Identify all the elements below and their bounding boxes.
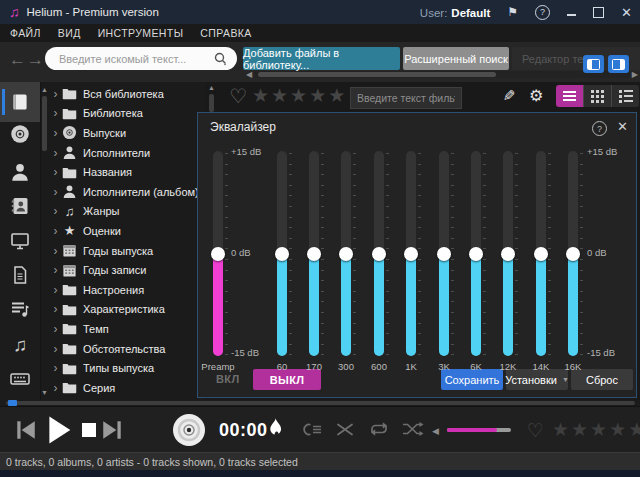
scroll-left-arrow-icon[interactable]: ◀ bbox=[246, 71, 254, 79]
tree-item[interactable]: ›Названия bbox=[49, 162, 205, 182]
eq-slider-thumb[interactable] bbox=[307, 247, 321, 261]
tree-item[interactable]: ›Темп bbox=[49, 319, 205, 339]
star-icon[interactable]: ★ bbox=[552, 420, 569, 439]
star-icon[interactable]: ★ bbox=[628, 420, 640, 439]
close-button[interactable]: ✕ bbox=[621, 5, 632, 20]
tree-vertical-scrollbar[interactable]: ▲ ▼ bbox=[40, 84, 49, 398]
sidebar-item-monitor[interactable] bbox=[2, 225, 38, 257]
tree-item[interactable]: ›Выпуски bbox=[49, 123, 205, 143]
grid-view-button[interactable] bbox=[584, 85, 612, 107]
dialog-close-icon[interactable]: ✕ bbox=[617, 119, 628, 134]
tree-item[interactable]: ›Серия bbox=[49, 378, 205, 398]
search-magnifier-icon[interactable] bbox=[214, 52, 228, 66]
tree-item[interactable]: ›Исполнители bbox=[49, 143, 205, 163]
tree-item[interactable]: ›Характеристика bbox=[49, 300, 205, 320]
chevron-right-icon[interactable]: › bbox=[49, 185, 62, 199]
tree-item[interactable]: ›Вся библиотека bbox=[49, 84, 205, 104]
chevron-right-icon[interactable]: › bbox=[49, 322, 62, 336]
menu-item-4[interactable]: СПРАВКА bbox=[200, 27, 251, 39]
star-icon[interactable]: ★ bbox=[328, 86, 345, 105]
edit-pencil-icon[interactable]: ✎ bbox=[503, 87, 516, 105]
chevron-right-icon[interactable]: › bbox=[49, 106, 62, 120]
flame-hot-icon[interactable] bbox=[266, 417, 284, 441]
eq-band-14k[interactable]: 14K bbox=[528, 151, 554, 381]
next-track-button[interactable] bbox=[100, 418, 124, 442]
repeat-icon[interactable] bbox=[368, 421, 390, 437]
menu-item-1[interactable]: ФАЙЛ bbox=[10, 27, 41, 39]
search-box[interactable] bbox=[45, 47, 237, 70]
star-icon[interactable]: ★ bbox=[271, 86, 288, 105]
scroll-right-arrow-icon[interactable]: ▶ bbox=[630, 71, 638, 79]
eq-band-16k[interactable]: 16K bbox=[560, 151, 586, 381]
chevron-right-icon[interactable]: › bbox=[49, 146, 62, 160]
star-icon[interactable]: ★ bbox=[571, 420, 588, 439]
eq-slider-thumb[interactable] bbox=[404, 247, 418, 261]
shuffle-icon[interactable] bbox=[402, 421, 424, 437]
content-scrollbar-thumb[interactable] bbox=[209, 94, 214, 112]
tree-item[interactable]: ›Обстоятельства bbox=[49, 339, 205, 359]
play-button[interactable] bbox=[42, 414, 74, 446]
forward-arrow-icon[interactable]: → bbox=[27, 51, 44, 68]
chevron-right-icon[interactable]: › bbox=[49, 302, 62, 316]
favorite-heart-icon[interactable]: ♡ bbox=[527, 421, 544, 440]
sidebar-item-disc[interactable] bbox=[2, 118, 38, 150]
menu-item-3[interactable]: ИНСТРУМЕНТЫ bbox=[98, 27, 184, 39]
content-vertical-scrollbar[interactable]: ▲ bbox=[207, 84, 216, 114]
eq-band-preamp[interactable]: Preamp bbox=[205, 151, 231, 381]
eq-slider-thumb[interactable] bbox=[534, 247, 548, 261]
chevron-right-icon[interactable]: › bbox=[49, 244, 62, 258]
play-queue-icon[interactable] bbox=[303, 422, 323, 437]
advanced-search-button[interactable]: Расширенный поиск bbox=[403, 47, 509, 70]
previous-track-button[interactable] bbox=[14, 418, 38, 442]
panel-left-toggle-button[interactable] bbox=[583, 55, 604, 73]
sidebar-item-playlist[interactable] bbox=[2, 293, 38, 325]
scroll-down-arrow-icon[interactable]: ▼ bbox=[40, 389, 49, 396]
horizontal-scrollbar[interactable]: ◀ ▶ bbox=[246, 70, 638, 79]
sidebar-item-document[interactable] bbox=[2, 259, 38, 291]
cd-album-art-icon[interactable] bbox=[172, 413, 206, 447]
eq-slider-thumb[interactable] bbox=[275, 247, 289, 261]
sidebar-item-person[interactable] bbox=[2, 156, 38, 188]
maximize-button[interactable] bbox=[593, 7, 604, 18]
tree-item[interactable]: ›Годы записи bbox=[49, 260, 205, 280]
sidebar-item-keyboard[interactable] bbox=[2, 363, 38, 395]
favorite-heart-icon[interactable]: ♡ bbox=[229, 86, 247, 106]
chevron-right-icon[interactable]: › bbox=[49, 283, 62, 297]
tree-item[interactable]: ›♫Жанры bbox=[49, 202, 205, 222]
chevron-right-icon[interactable]: › bbox=[49, 204, 62, 218]
list-view-button[interactable] bbox=[556, 85, 584, 107]
eq-slider-thumb[interactable] bbox=[437, 247, 451, 261]
tree-item[interactable]: ›Типы выпуска bbox=[49, 358, 205, 378]
settings-gear-icon[interactable]: ⚙ bbox=[529, 86, 543, 105]
star-icon[interactable]: ★ bbox=[309, 86, 326, 105]
scroll-up-arrow-icon[interactable]: ▲ bbox=[207, 84, 216, 91]
chevron-right-icon[interactable]: › bbox=[49, 165, 62, 179]
chevron-right-icon[interactable]: › bbox=[49, 224, 62, 238]
menu-item-2[interactable]: ВИД bbox=[58, 27, 81, 39]
eq-band-300[interactable]: 300 bbox=[333, 151, 359, 381]
chevron-right-icon[interactable]: › bbox=[49, 87, 62, 101]
track-rating-stars[interactable]: ★★★★★ bbox=[552, 420, 640, 439]
tree-item[interactable]: ›★Оценки bbox=[49, 221, 205, 241]
details-view-button[interactable] bbox=[612, 85, 639, 107]
search-input[interactable] bbox=[45, 53, 214, 65]
scrollbar-track[interactable] bbox=[254, 71, 630, 78]
eq-slider-thumb[interactable] bbox=[469, 247, 483, 261]
eq-band-3k[interactable]: 3K bbox=[431, 151, 457, 381]
sidebar-item-notes[interactable]: ♫ bbox=[2, 328, 38, 360]
rating-stars[interactable]: ★★★★★ bbox=[252, 86, 345, 105]
dialog-help-icon[interactable]: ? bbox=[592, 121, 607, 136]
sidebar-item-book[interactable] bbox=[0, 82, 40, 122]
add-files-button[interactable]: Добавить файлы в библиотеку... bbox=[243, 47, 400, 70]
eq-slider-thumb[interactable] bbox=[566, 247, 580, 261]
volume-speaker-icon[interactable]: ◀ bbox=[432, 426, 439, 436]
tree-item[interactable]: ›Годы выпуска bbox=[49, 241, 205, 261]
filter-box[interactable] bbox=[350, 87, 462, 109]
volume-slider[interactable] bbox=[447, 428, 511, 432]
tree-scrollbar-thumb[interactable] bbox=[42, 96, 47, 151]
eq-slider-thumb[interactable] bbox=[339, 247, 353, 261]
star-icon[interactable]: ★ bbox=[609, 420, 626, 439]
panel-right-toggle-button[interactable] bbox=[608, 55, 629, 73]
chevron-right-icon[interactable]: › bbox=[49, 361, 62, 375]
flag-icon[interactable]: ⚑ bbox=[507, 6, 518, 18]
